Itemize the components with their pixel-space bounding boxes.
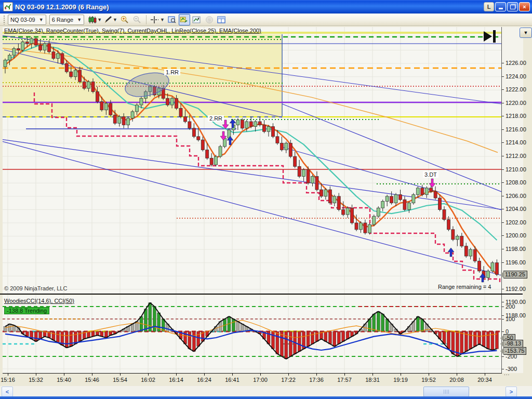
candle xyxy=(188,122,191,128)
price-axis-label: 1224.00 xyxy=(506,73,526,79)
candle xyxy=(267,127,270,132)
toolbar-grip[interactable] xyxy=(3,15,6,24)
price-axis-dropdown[interactable]: ▼ xyxy=(520,28,532,38)
candle xyxy=(381,201,384,208)
scroll-right-button[interactable]: > xyxy=(506,387,517,397)
title-bar[interactable]: NQ 03-09 12.1.2009 (6 Range) L × xyxy=(0,0,532,14)
annotation-3dt[interactable]: 3.DT xyxy=(423,171,438,178)
candle xyxy=(87,82,90,88)
panel-splitter[interactable] xyxy=(0,294,523,295)
time-axis-label: 17:22 xyxy=(281,377,296,383)
candle xyxy=(61,54,64,63)
candle xyxy=(206,150,209,158)
cci-chart-canvas[interactable] xyxy=(3,295,501,373)
scroll-left-button[interactable]: < xyxy=(2,387,13,397)
scrollbar-thumb[interactable] xyxy=(423,387,469,397)
candle xyxy=(21,42,24,50)
price-axis-label: 1212.00 xyxy=(506,153,526,159)
copyright-label: © 2009 NinjaTrader, LLC xyxy=(4,285,67,291)
window-bottom-edge xyxy=(0,396,532,399)
zoom-in-button[interactable] xyxy=(119,14,130,25)
candle xyxy=(373,216,376,224)
restore-button[interactable] xyxy=(507,2,518,11)
zoom-out-button[interactable] xyxy=(131,14,143,25)
cci-value-tag: -98.13 xyxy=(503,340,523,348)
chart-trader-button[interactable] xyxy=(191,14,203,25)
cci-histogram-bar xyxy=(307,331,310,347)
time-axis-label: 17:00 xyxy=(253,377,268,383)
app-window: NQ 03-09 12.1.2009 (6 Range) L × NQ 03-0… xyxy=(0,0,532,399)
candle xyxy=(236,120,240,125)
candle xyxy=(407,203,410,210)
candlestick-icon xyxy=(88,16,97,24)
candle xyxy=(385,196,389,202)
cci-histogram-bar xyxy=(70,331,73,347)
zoom-window-button[interactable] xyxy=(166,14,178,25)
cci-indicator-label[interactable]: WoodiesCCI(14,6), CCI(50) xyxy=(4,298,74,304)
time-axis-label: 16:02 xyxy=(141,377,155,383)
horizontal-scrollbar[interactable]: < > xyxy=(0,386,532,396)
stop-button[interactable]: S xyxy=(204,14,215,25)
candle xyxy=(91,82,95,91)
range-remaining-label: Range remaining = 4 xyxy=(438,284,491,290)
toolbar: NQ 03-09▼ 6 Range▼ ▼ ▼ ▼ S xyxy=(0,14,532,26)
candle xyxy=(307,170,310,183)
cci-histogram-bar xyxy=(473,331,476,347)
chart-style-button[interactable]: ▼ xyxy=(88,14,102,25)
drawing-tools-button[interactable]: ▼ xyxy=(103,14,118,25)
candle xyxy=(197,137,200,140)
cci-histogram-bar xyxy=(65,331,68,348)
candle xyxy=(276,137,279,143)
instrument-combo[interactable]: NQ 03-09▼ xyxy=(8,15,46,25)
time-axis-label: 16:41 xyxy=(225,377,240,383)
crosshair-button[interactable]: ▼ xyxy=(150,14,165,25)
candle xyxy=(113,115,116,123)
candle xyxy=(451,230,455,240)
properties-button[interactable] xyxy=(216,14,228,25)
minimize-button[interactable] xyxy=(495,2,506,11)
candle xyxy=(359,223,362,230)
cci-histogram-bar xyxy=(478,331,481,344)
candle xyxy=(447,220,450,230)
cci-histogram-bar xyxy=(87,331,90,338)
price-axis-label: 1210.00 xyxy=(506,166,526,172)
candle xyxy=(456,236,459,240)
time-axis[interactable]: 15:1615:3215:4015:4615:5416:0216:1416:24… xyxy=(0,373,523,386)
data-box-button[interactable] xyxy=(179,14,190,25)
candle xyxy=(100,102,103,110)
candle xyxy=(491,263,494,271)
price-axis-label: 1196.00 xyxy=(506,259,526,265)
cci-histogram-bar xyxy=(469,331,472,349)
annotation-1rr[interactable]: 1.RR xyxy=(164,69,180,75)
candle xyxy=(333,196,336,203)
candle xyxy=(324,190,327,196)
cci-histogram-bar xyxy=(271,331,274,349)
link-button[interactable]: L xyxy=(484,2,494,11)
candle xyxy=(346,208,349,215)
indicator-label[interactable]: EMA(Close,34), RangeCounter(True), Swing… xyxy=(4,28,261,34)
price-axis-label: 1226.00 xyxy=(506,60,526,66)
cci-histogram-bar xyxy=(487,331,490,349)
candle xyxy=(434,191,437,198)
time-axis-label: 17:36 xyxy=(309,377,324,383)
candle xyxy=(311,177,314,183)
candle xyxy=(34,38,37,45)
cci-histogram-bar xyxy=(192,331,195,351)
candle xyxy=(364,223,367,233)
main-chart-canvas[interactable] xyxy=(3,27,501,295)
price-axis-label: 1220.00 xyxy=(506,100,526,106)
annotation-2rr[interactable]: 2.RR xyxy=(208,115,224,122)
instrument-label: NQ 03-09 xyxy=(10,17,35,23)
candle xyxy=(127,118,130,125)
candle xyxy=(245,122,248,128)
cci-histogram-bar xyxy=(188,331,191,349)
candle xyxy=(298,166,301,176)
candle xyxy=(315,177,318,190)
price-axis-label: 1218.00 xyxy=(506,113,526,119)
candle xyxy=(337,196,340,210)
candle xyxy=(495,263,498,274)
cci-histogram-bar xyxy=(315,331,318,341)
interval-combo[interactable]: 6 Range▼ xyxy=(49,15,85,25)
candle xyxy=(39,45,42,50)
close-button[interactable]: × xyxy=(519,2,530,11)
